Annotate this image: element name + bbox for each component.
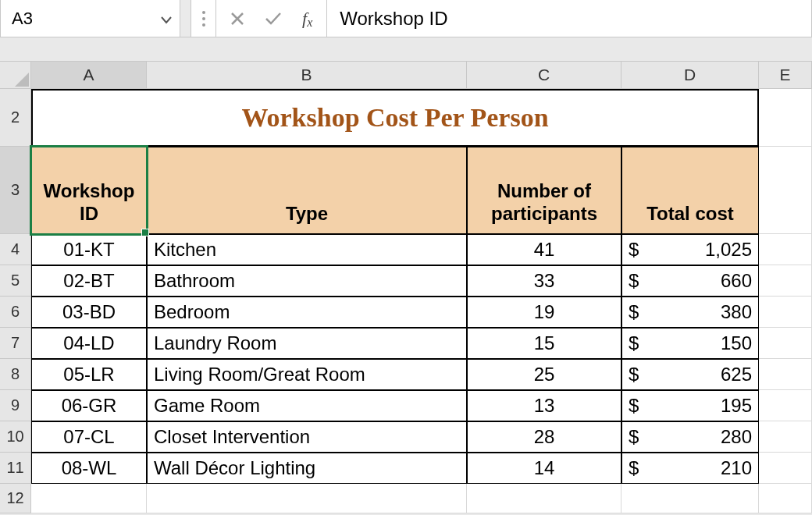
cell-a11[interactable]: 08-WL: [31, 453, 147, 484]
cell-e10[interactable]: [759, 421, 812, 453]
row-header-8[interactable]: 8: [0, 359, 31, 390]
row-header-7[interactable]: 7: [0, 328, 31, 359]
row-header-6[interactable]: 6: [0, 297, 31, 328]
cell-b4[interactable]: Kitchen: [147, 234, 467, 265]
cell-b11[interactable]: Wall Décor Lighting: [147, 453, 467, 484]
formula-bar: fx Workshop ID: [0, 0, 812, 37]
row-header-12[interactable]: 12: [0, 484, 31, 513]
cell-b9[interactable]: Game Room: [147, 390, 467, 421]
cell-e9[interactable]: [759, 390, 812, 421]
cell-c6[interactable]: 19: [467, 297, 621, 328]
header-a-label: Workshop ID: [37, 180, 141, 226]
cell-b8[interactable]: Living Room/Great Room: [147, 359, 467, 390]
column-header-d[interactable]: D: [621, 62, 759, 88]
spreadsheet-grid: A B C D E 2 Workshop Cost Per Person 3 W…: [0, 61, 812, 513]
cell-b12[interactable]: [147, 484, 467, 513]
title-cell[interactable]: Workshop Cost Per Person: [31, 89, 759, 147]
currency-symbol: $: [629, 457, 639, 479]
cell-e2[interactable]: [759, 89, 812, 147]
cell-a4[interactable]: 01-KT: [31, 234, 147, 265]
cell-e11[interactable]: [759, 453, 812, 484]
cell-a8[interactable]: 05-LR: [31, 359, 147, 390]
cell-e3[interactable]: [759, 147, 812, 234]
cell-a3[interactable]: Workshop ID: [31, 147, 147, 234]
confirm-icon[interactable]: [265, 12, 282, 26]
cell-e4[interactable]: [759, 234, 812, 265]
column-header-row: A B C D E: [0, 61, 812, 89]
currency-symbol: $: [629, 301, 639, 323]
cell-c9[interactable]: 13: [467, 390, 621, 421]
data-rows: 401-KTKitchen41$1,025502-BTBathroom33$66…: [0, 234, 812, 484]
cell-b6[interactable]: Bedroom: [147, 297, 467, 328]
svg-point-1: [202, 17, 205, 20]
row-header-10[interactable]: 10: [0, 421, 31, 453]
cell-e12[interactable]: [759, 484, 812, 513]
cost-value: 280: [639, 426, 752, 448]
cell-d3[interactable]: Total cost: [621, 147, 759, 234]
cell-c3[interactable]: Number of participants: [467, 147, 621, 234]
chevron-down-icon[interactable]: [161, 9, 172, 29]
cell-b3[interactable]: Type: [147, 147, 467, 234]
row-2: 2 Workshop Cost Per Person: [0, 89, 812, 147]
column-header-b[interactable]: B: [147, 62, 467, 88]
column-header-e[interactable]: E: [759, 62, 812, 88]
cell-d10[interactable]: $280: [621, 421, 759, 453]
cost-value: 150: [639, 332, 752, 354]
cell-e5[interactable]: [759, 265, 812, 297]
cell-a7[interactable]: 04-LD: [31, 328, 147, 359]
divider: [180, 0, 191, 37]
cell-d12[interactable]: [621, 484, 759, 513]
cell-d9[interactable]: $195: [621, 390, 759, 421]
column-header-c[interactable]: C: [467, 62, 621, 88]
cell-d11[interactable]: $210: [621, 453, 759, 484]
row-header-2[interactable]: 2: [0, 89, 31, 147]
cost-value: 1,025: [639, 239, 752, 261]
row-12: 12: [0, 484, 812, 513]
cell-a12[interactable]: [31, 484, 147, 513]
currency-symbol: $: [629, 426, 639, 448]
cell-d5[interactable]: $660: [621, 265, 759, 297]
cell-c5[interactable]: 33: [467, 265, 621, 297]
cell-c4[interactable]: 41: [467, 234, 621, 265]
cell-d6[interactable]: $380: [621, 297, 759, 328]
cell-a5[interactable]: 02-BT: [31, 265, 147, 297]
cell-b10[interactable]: Closet Intervention: [147, 421, 467, 453]
cell-a6[interactable]: 03-BD: [31, 297, 147, 328]
row-header-9[interactable]: 9: [0, 390, 31, 421]
formula-input[interactable]: Workshop ID: [327, 0, 811, 37]
cell-a10[interactable]: 07-CL: [31, 421, 147, 453]
cell-b5[interactable]: Bathroom: [147, 265, 467, 297]
cost-value: 625: [639, 364, 752, 385]
currency-symbol: $: [629, 332, 639, 354]
cell-c11[interactable]: 14: [467, 453, 621, 484]
table-row: 704-LDLaundry Room15$150: [0, 328, 812, 359]
formula-buttons: fx: [216, 0, 327, 37]
fx-icon[interactable]: fx: [302, 9, 312, 29]
options-menu-icon[interactable]: [191, 0, 216, 37]
cell-c12[interactable]: [467, 484, 621, 513]
row-header-5[interactable]: 5: [0, 265, 31, 297]
cost-value: 380: [639, 301, 752, 323]
cell-c10[interactable]: 28: [467, 421, 621, 453]
cell-d4[interactable]: $1,025: [621, 234, 759, 265]
cell-a9[interactable]: 06-GR: [31, 390, 147, 421]
cell-b7[interactable]: Laundry Room: [147, 328, 467, 359]
cell-d7[interactable]: $150: [621, 328, 759, 359]
cancel-icon[interactable]: [230, 12, 244, 26]
header-d-label: Total cost: [646, 203, 734, 226]
header-c-label: Number of participants: [472, 180, 616, 226]
cost-value: 195: [639, 395, 752, 417]
cell-c7[interactable]: 15: [467, 328, 621, 359]
cell-e7[interactable]: [759, 328, 812, 359]
row-header-4[interactable]: 4: [0, 234, 31, 265]
name-box-input[interactable]: [10, 8, 170, 30]
cell-e6[interactable]: [759, 297, 812, 328]
row-header-11[interactable]: 11: [0, 453, 31, 484]
name-box[interactable]: [1, 0, 180, 37]
row-header-3[interactable]: 3: [0, 147, 31, 234]
cell-d8[interactable]: $625: [621, 359, 759, 390]
column-header-a[interactable]: A: [31, 62, 147, 88]
select-all-corner[interactable]: [0, 62, 31, 88]
cell-e8[interactable]: [759, 359, 812, 390]
cell-c8[interactable]: 25: [467, 359, 621, 390]
